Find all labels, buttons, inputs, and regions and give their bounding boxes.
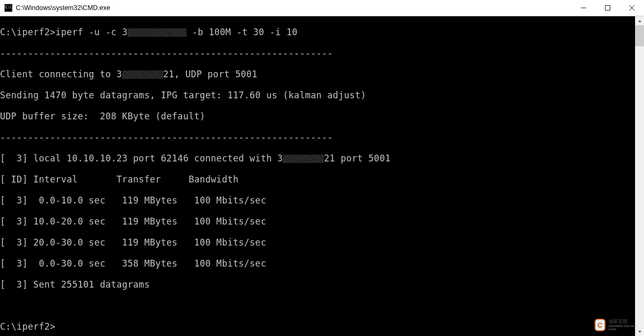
scrollbar-track[interactable]: [635, 25, 644, 327]
scrollbar-thumb[interactable]: [635, 25, 644, 46]
blank-line: [0, 300, 644, 311]
output-text: 21, UDP port 5001: [163, 69, 257, 79]
redacted-ip: [127, 28, 186, 37]
svg-marker-7: [638, 20, 641, 22]
close-button[interactable]: [620, 0, 644, 16]
watermark: C 创新互联 CHUANG XIN HU LIAN: [595, 317, 639, 333]
title-bar: C:\ C:\Windows\system32\CMD.exe: [0, 0, 644, 16]
watermark-logo-icon: C: [595, 319, 606, 331]
redacted-ip: [122, 70, 163, 79]
maximize-button[interactable]: [596, 0, 620, 16]
table-row: [ 3] 0.0-30.0 sec 358 MBytes 100 Mbits/s…: [0, 258, 644, 269]
cmd-text: iperf -u -c 3: [55, 27, 127, 37]
redacted-ip: [283, 155, 324, 163]
table-row: [ 3] 20.0-30.0 sec 119 MBytes 100 Mbits/…: [0, 237, 644, 248]
table-row: [ 3] 10.0-20.0 sec 119 MBytes 100 Mbits/…: [0, 216, 644, 227]
prompt: C:\iperf2>: [0, 321, 644, 332]
dash-line: ----------------------------------------…: [0, 132, 644, 142]
terminal-output: C:\iperf2>iperf -u -c 3 -b 100M -t 30 -i…: [0, 16, 644, 336]
output-text: UDP buffer size: 208 KByte (default): [0, 111, 644, 121]
window-title: C:\Windows\system32\CMD.exe: [16, 4, 571, 12]
window-controls: [571, 0, 644, 16]
svg-rect-4: [606, 6, 610, 11]
svg-text:C:\: C:\: [5, 5, 12, 9]
output-text: Sending 1470 byte datagrams, IPG target:…: [0, 90, 644, 100]
output-text: [ 3] Sent 255101 datagrams: [0, 279, 644, 290]
minimize-button[interactable]: [571, 0, 596, 16]
output-text: Client connecting to 3: [0, 69, 122, 79]
cmd-text: -b 100M -t 30 -i 10: [186, 27, 298, 37]
table-row: [ 3] 0.0-10.0 sec 119 MBytes 100 Mbits/s…: [0, 195, 644, 206]
watermark-text: 创新互联 CHUANG XIN HU LIAN: [609, 319, 639, 330]
output-text: [ 3] local 10.10.10.23 port 62146 connec…: [0, 153, 283, 164]
scroll-up-button[interactable]: [635, 16, 644, 25]
prompt: C:\iperf2>: [0, 27, 55, 37]
output-text: 21 port 5001: [324, 153, 390, 164]
table-header: [ ID] Interval Transfer Bandwidth: [0, 174, 644, 185]
vertical-scrollbar[interactable]: [635, 16, 644, 336]
cmd-icon: C:\: [4, 4, 13, 12]
dash-line: ----------------------------------------…: [0, 48, 644, 58]
terminal-area[interactable]: C:\iperf2>iperf -u -c 3 -b 100M -t 30 -i…: [0, 16, 644, 336]
